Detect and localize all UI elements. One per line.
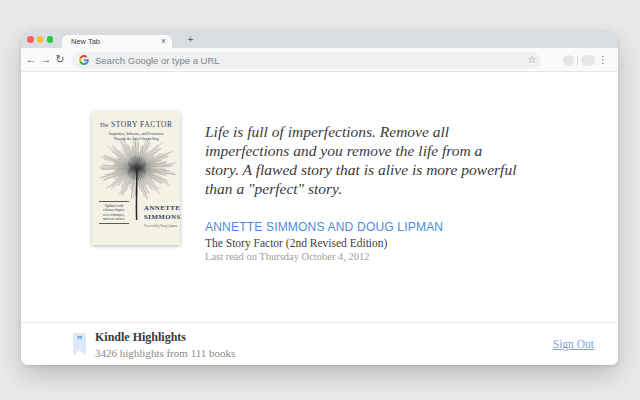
highlight-quote: Life is full of imperfections. Remove al…	[205, 122, 557, 198]
tab-close-icon[interactable]: ×	[161, 36, 166, 46]
browser-toolbar: ← → ↻ Search Google or type a URL ☆ ⋮	[21, 48, 618, 72]
book-cover[interactable]: The STORY FACTOR Inspiration, Influence,…	[92, 112, 180, 245]
profile-avatar[interactable]	[584, 55, 595, 66]
sign-out-link[interactable]: Sign Out	[553, 338, 594, 350]
kindle-highlights-bookmark-icon: ”	[73, 333, 86, 356]
book-authors-link[interactable]: ANNETTE SIMMONS AND DOUG LIPMAN	[205, 220, 443, 234]
footer-text: Kindle Highlights 3426 highlights from 1…	[95, 330, 235, 359]
back-button[interactable]: ←	[24, 48, 38, 72]
tab-bar: New Tab × +	[21, 31, 618, 48]
forward-button[interactable]: →	[39, 48, 53, 72]
toolbar-divider	[577, 55, 578, 65]
app-name: Kindle Highlights	[95, 330, 235, 345]
cover-foreword: Foreword by Doug Lipman	[144, 224, 177, 228]
new-tab-button[interactable]: +	[184, 34, 197, 47]
close-window-button[interactable]	[27, 36, 34, 43]
tab-new-tab[interactable]: New Tab ×	[62, 35, 172, 49]
last-read-date: Last read on Thursday October 4, 2012	[205, 251, 370, 262]
zoom-window-button[interactable]	[47, 36, 54, 43]
search-input[interactable]: Search Google or type a URL	[95, 55, 220, 66]
cover-badge: Updated with a bonus chapter, new techni…	[99, 201, 129, 224]
page-content: The STORY FACTOR Inspiration, Influence,…	[21, 72, 618, 322]
book-title: The Story Factor (2nd Revised Edition)	[205, 237, 387, 249]
cover-author: ANNETTE SIMMONS	[144, 204, 180, 221]
window-controls	[27, 36, 53, 43]
cover-subtitle: Inspiration, Influence, and Persuasion T…	[92, 132, 180, 141]
bookmark-star-icon[interactable]: ☆	[524, 48, 540, 72]
cover-title: The STORY FACTOR	[92, 120, 180, 129]
tab-title: New Tab	[71, 37, 100, 46]
google-logo-icon	[79, 55, 89, 65]
extension-icon-1[interactable]	[563, 55, 574, 66]
menu-icon[interactable]: ⋮	[597, 48, 609, 72]
address-bar[interactable]: Search Google or type a URL	[72, 52, 540, 69]
reload-button[interactable]: ↻	[53, 48, 67, 72]
highlight-stats: 3426 highlights from 111 books	[95, 347, 235, 359]
app-footer: ” Kindle Highlights 3426 highlights from…	[21, 322, 618, 365]
browser-window: New Tab × + ← → ↻ Search Google or type …	[21, 31, 618, 365]
minimize-window-button[interactable]	[37, 36, 44, 43]
